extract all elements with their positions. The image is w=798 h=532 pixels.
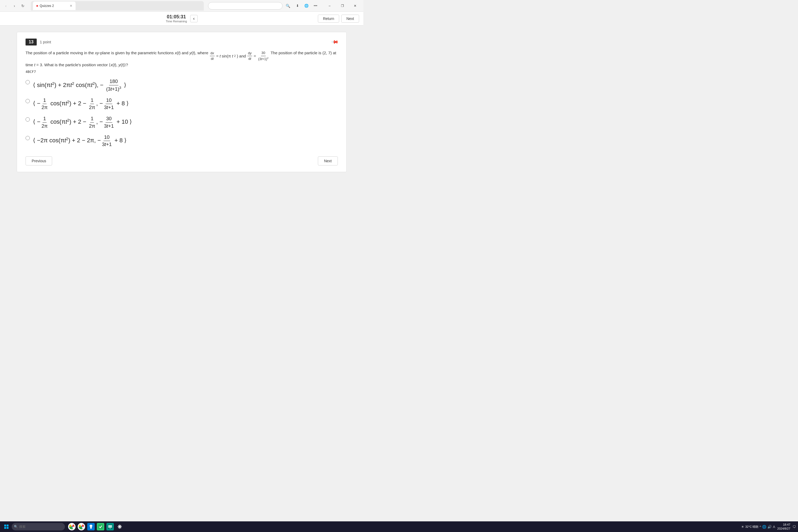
quiz-toolbar: 01:05:31 Time Remaining ‹ Return Next <box>0 12 363 25</box>
options-list: ⟨ sin(πt2) + 2πt2 cos(πt2), − 180(3t+1)3… <box>25 78 338 148</box>
download-button[interactable]: ⬇ <box>294 2 301 10</box>
question-number: 13 <box>25 39 37 45</box>
previous-button[interactable]: Previous <box>25 156 52 166</box>
question-points: 1 point <box>40 40 51 44</box>
question-text: The position of a particle moving in the… <box>25 50 338 68</box>
option-item-d: ⟨ −2π cos(πt2) + 2 − 2π, −103t+1 + 8 ⟩ <box>25 134 338 148</box>
browser-actions: ⬇ 🌐 ••• <box>294 2 319 10</box>
next-button-footer[interactable]: Next <box>318 156 338 166</box>
tab-close-button[interactable]: ✕ <box>70 4 72 8</box>
tab-bar: ■ Quizzes 2 ✕ <box>31 1 204 11</box>
next-button-header[interactable]: Next <box>341 15 359 23</box>
return-button[interactable]: Return <box>318 15 339 23</box>
option-item-b: ⟨ −12π cos(πt2) + 2 − 12π, −103t+1 + 8 ⟩ <box>25 97 338 111</box>
globe-button[interactable]: 🌐 <box>303 2 310 10</box>
minimize-button[interactable]: – <box>323 2 336 10</box>
more-button[interactable]: ••• <box>312 2 319 10</box>
tab-title: Quizzes 2 <box>40 4 54 8</box>
address-bar[interactable] <box>208 2 283 10</box>
timer-value: 01:05:31 <box>167 14 186 20</box>
address-bar-area: 🔍 <box>208 2 291 10</box>
option-item-a: ⟨ sin(πt2) + 2πt2 cos(πt2), − 180(3t+1)3… <box>25 78 338 93</box>
reload-button[interactable]: ↻ <box>19 2 26 10</box>
window-controls: – ❐ ✕ <box>323 2 361 10</box>
browser-chrome: ‹ › ↻ ■ Quizzes 2 ✕ 🔍 ⬇ 🌐 ••• – ❐ ✕ <box>0 0 363 12</box>
question-header: 13 1 point 📌 <box>25 39 338 45</box>
browser-nav-buttons: ‹ › ↻ <box>2 2 26 10</box>
question-card: 13 1 point 📌 The position of a particle … <box>17 32 347 172</box>
toolbar-right: Return Next <box>318 15 359 23</box>
timer-area: 01:05:31 Time Remaining <box>166 14 187 23</box>
option-content-a: ⟨ sin(πt2) + 2πt2 cos(πt2), − 180(3t+1)3… <box>33 78 126 93</box>
option-content-b: ⟨ −12π cos(πt2) + 2 − 12π, −103t+1 + 8 ⟩ <box>33 97 129 111</box>
option-item-c: ⟨ −12π cos(πt2) + 2 − 12π, −303t+1 + 10 … <box>25 115 338 129</box>
close-window-button[interactable]: ✕ <box>349 2 361 10</box>
question-code: 4BCF7 <box>25 70 338 74</box>
collapse-timer-button[interactable]: ‹ <box>190 15 198 22</box>
search-button[interactable]: 🔍 <box>284 2 291 10</box>
option-radio-d[interactable] <box>25 136 30 140</box>
pin-button[interactable]: 📌 <box>331 38 339 46</box>
option-radio-c[interactable] <box>25 117 30 121</box>
option-radio-a[interactable] <box>25 80 30 84</box>
option-content-c: ⟨ −12π cos(πt2) + 2 − 12π, −303t+1 + 10 … <box>33 115 132 129</box>
main-content: 13 1 point 📌 The position of a particle … <box>0 25 363 229</box>
nav-footer: Previous Next <box>25 156 338 166</box>
timer-label: Time Remaining <box>166 20 187 23</box>
option-radio-b[interactable] <box>25 99 30 103</box>
forward-button[interactable]: › <box>11 2 18 10</box>
option-content-d: ⟨ −2π cos(πt2) + 2 − 2π, −103t+1 + 8 ⟩ <box>33 134 127 148</box>
back-button[interactable]: ‹ <box>2 2 10 10</box>
active-tab[interactable]: ■ Quizzes 2 ✕ <box>33 2 76 10</box>
maximize-button[interactable]: ❐ <box>336 2 348 10</box>
